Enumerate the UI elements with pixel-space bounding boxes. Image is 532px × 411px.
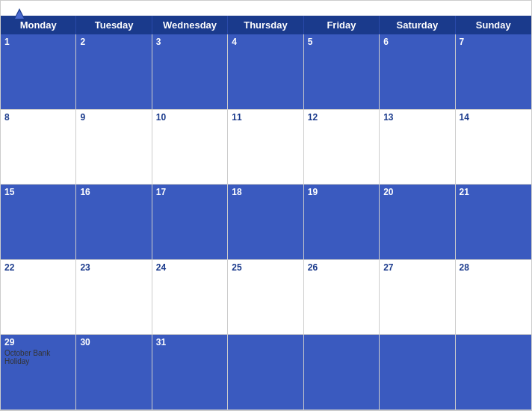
day-cell: 18 [228,185,303,260]
day-cell: 4 [228,34,303,110]
day-cell [228,335,303,410]
day-number: 29 [4,337,72,347]
day-cell: 6 [380,34,455,110]
day-number: 16 [80,187,147,197]
logo-area [12,7,28,22]
day-number: 7 [460,37,528,47]
day-cell: 21 [456,185,531,260]
logo-icon [12,7,27,22]
day-number: 15 [4,187,72,197]
calendar-grid: 1234567891011121314151617181920212223242… [1,34,531,410]
day-cell: 5 [304,34,380,110]
day-number: 26 [308,262,375,273]
day-cell: 23 [76,260,152,336]
day-cell: 25 [228,260,303,336]
day-number: 31 [156,337,223,347]
day-cell: 8 [1,110,76,185]
day-cell: 14 [456,110,531,185]
day-number: 10 [156,112,223,123]
day-cell: 24 [152,260,228,336]
day-cell: 12 [304,110,380,185]
day-number: 24 [156,262,223,273]
day-cell: 11 [228,110,303,185]
day-headers-row: MondayTuesdayWednesdayThursdayFridaySatu… [1,16,531,34]
day-header-saturday: Saturday [380,16,455,34]
day-number: 13 [383,112,451,123]
day-number: 5 [308,37,375,47]
day-cell: 19 [304,185,380,260]
day-cell: 10 [152,110,228,185]
day-number: 30 [80,337,147,347]
day-number: 14 [460,112,528,123]
day-number: 28 [460,262,528,273]
day-cell: 30 [76,335,152,410]
day-number: 18 [232,187,299,197]
day-cell: 7 [456,34,531,110]
day-cell: 20 [380,185,455,260]
day-cell: 9 [76,110,152,185]
day-cell: 22 [1,260,76,336]
day-cell [456,335,531,410]
day-number: 12 [308,112,375,123]
day-number: 21 [460,187,528,197]
day-number: 20 [383,187,451,197]
day-number: 3 [156,37,223,47]
day-header-sunday: Sunday [456,16,531,34]
day-header-wednesday: Wednesday [152,16,228,34]
day-number: 2 [80,37,147,47]
day-cell: 29October Bank Holiday [1,335,76,410]
day-number: 1 [4,37,72,47]
day-cell: 15 [1,185,76,260]
day-cell: 13 [380,110,455,185]
day-cell: 28 [456,260,531,336]
event-label: October Bank Holiday [4,349,72,365]
day-number: 6 [383,37,451,47]
day-number: 22 [4,262,72,273]
day-number: 27 [383,262,451,273]
day-number: 23 [80,262,147,273]
day-number: 9 [80,112,147,123]
day-number: 19 [308,187,375,197]
day-cell: 1 [1,34,76,110]
day-header-tuesday: Tuesday [76,16,152,34]
day-cell: 17 [152,185,228,260]
day-number: 8 [4,112,72,123]
calendar-header [1,1,531,16]
day-header-friday: Friday [304,16,380,34]
day-cell [304,335,380,410]
day-cell: 2 [76,34,152,110]
day-header-thursday: Thursday [228,16,303,34]
day-cell [380,335,455,410]
day-cell: 31 [152,335,228,410]
day-cell: 16 [76,185,152,260]
calendar-container: MondayTuesdayWednesdayThursdayFridaySatu… [0,0,532,411]
logo-blue [12,7,28,22]
day-number: 11 [232,112,299,123]
day-cell: 26 [304,260,380,336]
day-cell: 3 [152,34,228,110]
day-number: 25 [232,262,299,273]
day-number: 17 [156,187,223,197]
day-cell: 27 [380,260,455,336]
day-number: 4 [232,37,299,47]
